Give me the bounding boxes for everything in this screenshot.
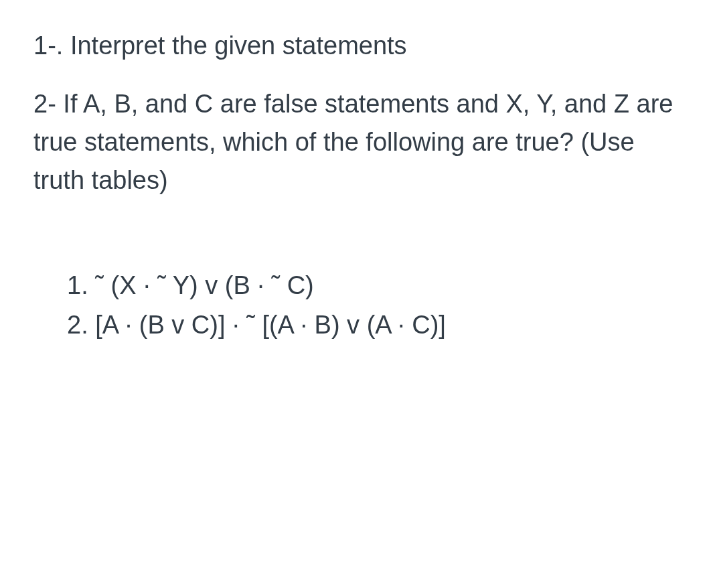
logic-statement-2: [A · (B v C)] · ˜ [(A · B) v (A · C)] — [95, 311, 446, 339]
list-item: 2. [A · (B v C)] · ˜ [(A · B) v (A · C)] — [67, 306, 676, 344]
item-number-1: 1. — [67, 271, 88, 299]
statement-list: 1. ˜ (X · ˜ Y) v (B · ˜ C) 2. [A · (B v … — [33, 267, 676, 344]
question-1-heading: 1-. Interpret the given statements — [33, 27, 676, 65]
question-2-text: 2- If A, B, and C are false statements a… — [33, 85, 676, 200]
item-number-2: 2. — [67, 311, 88, 339]
logic-statement-1: ˜ (X · ˜ Y) v (B · ˜ C) — [95, 271, 314, 299]
list-item: 1. ˜ (X · ˜ Y) v (B · ˜ C) — [67, 267, 676, 305]
